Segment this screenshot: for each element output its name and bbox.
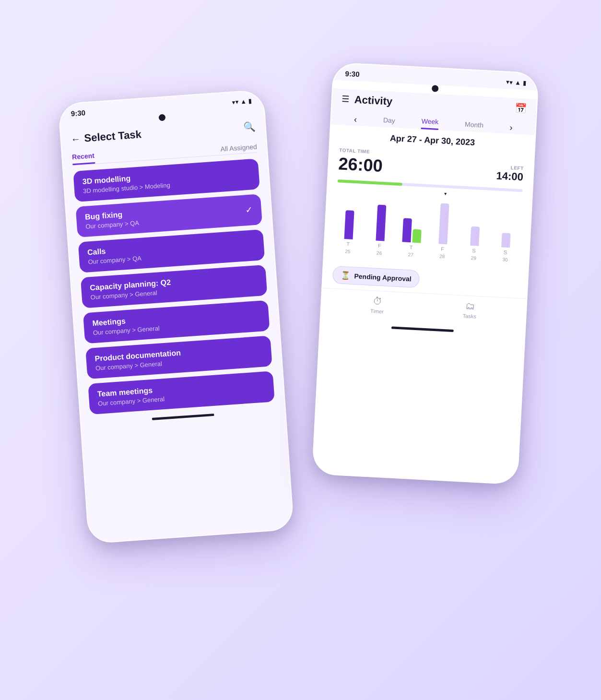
- bar-group-1: F 26: [365, 192, 396, 256]
- task-item-product-documentation[interactable]: Product documentation Our company > Gene…: [85, 335, 272, 379]
- bar-date-5: 30: [502, 257, 508, 262]
- bar-group-2: T 27: [397, 193, 427, 258]
- chart-area: ▾ T 25 F 26: [333, 191, 521, 263]
- bar-date-1: 26: [376, 250, 382, 256]
- hamburger-icon[interactable]: ☰: [342, 94, 350, 105]
- bar-container-2: [402, 194, 423, 243]
- phones-container: 9:30 ▾▾ ▲ ▮ ← Select Task 🔍 Recent All A…: [73, 38, 529, 662]
- phone-left: 9:30 ▾▾ ▲ ▮ ← Select Task 🔍 Recent All A…: [58, 89, 294, 544]
- search-icon[interactable]: 🔍: [243, 120, 256, 133]
- nav-label-tasks: Tasks: [462, 313, 476, 319]
- bar-label-0: T: [346, 241, 350, 247]
- phone-right: 9:30 ▾▾ ▲ ▮ ☰ Activity 📅 ‹ Day Week Mont…: [311, 62, 539, 485]
- total-time-block: TOTAL TIME 26:00: [338, 147, 383, 176]
- calendar-icon[interactable]: 📅: [514, 102, 527, 114]
- camera-notch-left: [158, 114, 165, 121]
- task-item-capacity-planning[interactable]: Capacity planning: Q2 Our company > Gene…: [80, 264, 267, 308]
- page-title-left: Select Task: [83, 128, 141, 144]
- camera-notch-right: [431, 85, 438, 92]
- bar-label-1: F: [377, 242, 381, 248]
- status-time-left: 9:30: [71, 108, 85, 118]
- task-item-bug-fixing[interactable]: Bug fixing Our company > QA ✓: [75, 194, 262, 237]
- nav-label-timer: Timer: [370, 308, 383, 314]
- total-time-value: 26:00: [338, 154, 383, 176]
- bar-4-light: [470, 226, 479, 246]
- bar-2-purple: [402, 218, 412, 242]
- tab-month[interactable]: Month: [464, 120, 483, 131]
- bar-date-3: 28: [439, 253, 445, 259]
- bar-label-2: T: [409, 244, 412, 250]
- pending-text: Pending Approval: [354, 272, 412, 282]
- bar-0-purple: [344, 210, 354, 239]
- timer-nav-icon: ⏱: [372, 296, 382, 307]
- task-item-3d-modelling[interactable]: 3D modelling 3D modelling studio > Model…: [73, 158, 260, 202]
- hourglass-icon: ⏳: [341, 270, 351, 280]
- activity-title: Activity: [354, 93, 510, 114]
- nav-item-tasks[interactable]: 🗂 Tasks: [462, 300, 477, 319]
- bar-label-5: S: [503, 249, 507, 255]
- chart-section: ▾ T 25 F 26: [324, 186, 532, 271]
- status-icons-right: ▾▾ ▲ ▮: [506, 78, 526, 86]
- signal-icon-right: ▲: [514, 79, 521, 86]
- tasks-nav-icon: 🗂: [465, 300, 475, 312]
- bar-3-light: [438, 203, 449, 244]
- task-list: 3D modelling 3D modelling studio > Model…: [63, 152, 284, 420]
- today-marker-icon: ▾: [444, 190, 447, 196]
- task-item-meetings[interactable]: Meetings Our company > General: [83, 300, 270, 344]
- bar-label-4: S: [472, 248, 476, 253]
- task-item-team-meetings[interactable]: Team meetings Our company > General: [88, 371, 275, 415]
- prev-week-button[interactable]: ‹: [354, 114, 357, 124]
- wifi-icon-right: ▾▾: [506, 78, 513, 86]
- tab-week[interactable]: Week: [421, 117, 438, 130]
- bar-container-4: [470, 197, 481, 246]
- bar-group-3: F 28: [428, 195, 459, 260]
- status-icons-left: ▾▾ ▲ ▮: [231, 97, 252, 106]
- wifi-icon: ▾▾: [231, 98, 238, 106]
- bar-group-4: S 29: [460, 197, 490, 261]
- tab-recent[interactable]: Recent: [71, 152, 94, 165]
- bar-date-4: 29: [471, 255, 476, 261]
- bar-container-0: [344, 191, 355, 239]
- battery-icon-right: ▮: [522, 79, 526, 86]
- bar-group-0: T 25: [333, 190, 364, 255]
- task-item-calls[interactable]: Calls Our company > QA: [78, 229, 265, 273]
- back-arrow-icon: ←: [70, 133, 81, 144]
- status-time-right: 9:30: [345, 69, 360, 78]
- bar-2-green: [412, 229, 421, 243]
- bar-container-3: [438, 196, 449, 244]
- signal-icon-left: ▲: [240, 97, 247, 105]
- left-time-block: LEFT 14:00: [495, 164, 523, 183]
- bar-container-5: [501, 199, 512, 248]
- nav-item-timer[interactable]: ⏱ Timer: [370, 296, 384, 314]
- bar-label-3: F: [440, 246, 444, 251]
- check-mark-icon: ✓: [245, 204, 253, 215]
- pending-badge[interactable]: ⏳ Pending Approval: [332, 265, 420, 287]
- left-value: 14:00: [495, 169, 523, 183]
- back-button[interactable]: ← Select Task: [70, 128, 141, 145]
- bar-date-2: 27: [408, 252, 413, 258]
- bar-container-1: [375, 192, 386, 241]
- bar-5-light: [501, 233, 511, 248]
- bar-1-purple: [375, 204, 386, 241]
- battery-icon-left: ▮: [248, 97, 252, 104]
- bar-group-5: S 30: [491, 199, 521, 263]
- next-week-button[interactable]: ›: [509, 122, 513, 132]
- tab-all-assigned[interactable]: All Assigned: [220, 142, 257, 152]
- tab-day[interactable]: Day: [383, 116, 395, 127]
- bar-date-0: 25: [345, 249, 351, 254]
